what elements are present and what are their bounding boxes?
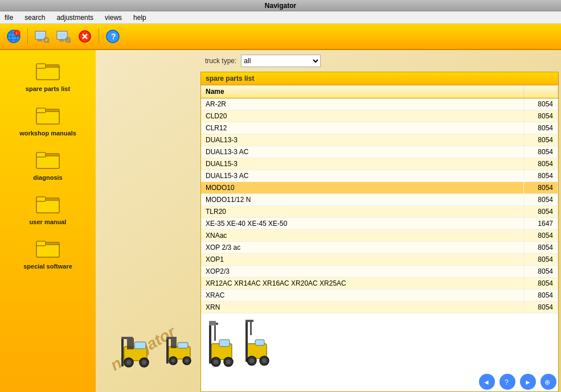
table-header-row: Name xyxy=(201,85,558,98)
cell-code: 8054 xyxy=(524,194,558,206)
svg-point-69 xyxy=(226,360,231,364)
forklift-icon-3 xyxy=(207,312,238,369)
svg-rect-60 xyxy=(178,343,188,348)
bottom-icon-1[interactable]: ◄ xyxy=(479,374,495,390)
svg-rect-42 xyxy=(36,241,46,246)
svg-line-20 xyxy=(69,42,71,43)
table-row[interactable]: DUAL15-38054 xyxy=(201,158,558,170)
cell-code: 8054 xyxy=(524,278,558,290)
table-row[interactable]: XOP 2/3 ac8054 xyxy=(201,242,558,254)
browse-button[interactable] xyxy=(32,27,51,46)
svg-point-57 xyxy=(171,359,175,362)
cell-name: DUAL13-3 AC xyxy=(201,146,524,158)
folder-icon-special-software xyxy=(35,237,60,262)
table-row[interactable]: XOP18054 xyxy=(201,254,558,266)
svg-rect-41 xyxy=(36,245,59,257)
cell-code: 8054 xyxy=(524,266,558,278)
menu-search[interactable]: search xyxy=(22,13,47,23)
cell-name: XRN xyxy=(201,302,524,313)
table-body: AR-2R8054CLD208054CLR128054DUAL13-38054D… xyxy=(201,98,558,313)
filter-row: truck type: all XR XE XOP TLR DUAL MODO xyxy=(198,50,561,72)
table-row[interactable]: CLD208054 xyxy=(201,110,558,122)
help-button[interactable]: ? xyxy=(104,27,122,46)
svg-rect-74 xyxy=(250,321,252,335)
svg-rect-35 xyxy=(36,156,59,168)
table-row[interactable]: DUAL13-3 AC8054 xyxy=(201,146,558,158)
sidebar-item-spare-parts[interactable]: spare parts list xyxy=(8,56,88,96)
table-row[interactable]: XRN8054 xyxy=(201,302,558,313)
svg-point-5 xyxy=(14,30,20,36)
column-code xyxy=(524,85,558,98)
truck-type-select[interactable]: all XR XE XOP TLR DUAL MODO xyxy=(241,55,321,67)
cell-name: CLD20 xyxy=(201,110,524,122)
column-name: Name xyxy=(201,85,524,98)
svg-text:?: ? xyxy=(111,32,116,41)
cell-name: XRAC xyxy=(201,290,524,302)
table-row[interactable]: DUAL15-3 AC8054 xyxy=(201,170,558,182)
table-row[interactable]: XOP2/38054 xyxy=(201,266,558,278)
table-row[interactable]: XRAC8054 xyxy=(201,290,558,302)
svg-rect-79 xyxy=(255,340,264,345)
app-title: Navigator xyxy=(265,2,296,10)
cell-name: AR-2R xyxy=(201,98,524,110)
stop-button[interactable] xyxy=(76,27,94,46)
svg-rect-15 xyxy=(58,32,66,38)
svg-point-67 xyxy=(214,360,218,364)
svg-rect-8 xyxy=(36,32,44,38)
cell-name: MODO11/12 N xyxy=(201,194,524,206)
content-area: navigator xyxy=(96,50,561,392)
bottom-icon-2[interactable]: ? xyxy=(499,374,515,390)
svg-rect-55 xyxy=(166,337,177,339)
menu-adjustments[interactable]: adjustments xyxy=(54,13,96,23)
table-row[interactable]: XE-35 XE-40 XE-45 XE-501647 xyxy=(201,218,558,230)
table-row[interactable]: MODO108054 xyxy=(201,182,558,194)
cell-name: DUAL15-3 xyxy=(201,158,524,170)
cell-name: XOP 2/3 ac xyxy=(201,242,524,254)
cell-name: XNAac xyxy=(201,230,524,242)
sidebar-item-user-manual[interactable]: user manual xyxy=(8,189,88,229)
zoom-button[interactable] xyxy=(54,27,72,46)
table-row[interactable]: TLR208054 xyxy=(201,206,558,218)
cell-code: 8054 xyxy=(524,182,558,194)
svg-rect-54 xyxy=(166,338,169,364)
svg-rect-39 xyxy=(36,197,46,201)
forklift-icon-1 xyxy=(118,318,158,369)
table-row[interactable]: CLR128054 xyxy=(201,122,558,134)
sidebar-label-user-manual: user manual xyxy=(30,218,67,225)
table-row[interactable]: MODO11/12 N8054 xyxy=(201,194,558,206)
bottom-icon-3[interactable]: ► xyxy=(520,374,536,390)
cell-name: DUAL13-3 xyxy=(201,134,524,146)
menu-help[interactable]: help xyxy=(131,13,149,23)
bottom-icon-4[interactable]: ⊕ xyxy=(540,374,556,390)
table-row[interactable]: XR12AC XR14AC XR16AC XR20AC XR25AC8054 xyxy=(201,278,558,290)
menu-file[interactable]: file xyxy=(2,13,15,23)
menu-views[interactable]: views xyxy=(103,13,124,23)
table-row[interactable]: AR-2R8054 xyxy=(201,98,558,110)
svg-point-48 xyxy=(126,360,131,365)
sidebar-item-diagnosis[interactable]: diagnosis xyxy=(8,145,88,184)
svg-point-12 xyxy=(44,38,48,42)
cell-code: 8054 xyxy=(524,302,558,313)
svg-rect-32 xyxy=(36,112,59,124)
table-row[interactable]: DUAL13-38054 xyxy=(201,134,558,146)
svg-rect-51 xyxy=(134,342,146,349)
cell-code: 8054 xyxy=(524,122,558,134)
folder-icon-user-manual xyxy=(35,192,60,217)
sidebar-item-workshop-manuals[interactable]: workshop manuals xyxy=(8,100,88,140)
cell-code: 8054 xyxy=(524,110,558,122)
svg-rect-33 xyxy=(36,108,46,113)
cell-code: 8054 xyxy=(524,206,558,218)
cell-code: 8054 xyxy=(524,254,558,266)
forklift-illustrations xyxy=(118,312,272,369)
table-row[interactable]: XNAac8054 xyxy=(201,230,558,242)
svg-point-76 xyxy=(249,358,254,363)
globe-button[interactable]: ! xyxy=(5,27,23,46)
cell-name: XOP1 xyxy=(201,254,524,266)
svg-text:!: ! xyxy=(16,32,17,35)
svg-rect-65 xyxy=(209,321,216,325)
svg-point-78 xyxy=(262,358,267,363)
bottom-bar: ◄ ? ► ⊕ xyxy=(479,374,556,390)
svg-rect-70 xyxy=(219,340,230,346)
sidebar-item-special-software[interactable]: special software xyxy=(8,233,88,273)
cell-code: 8054 xyxy=(524,98,558,110)
